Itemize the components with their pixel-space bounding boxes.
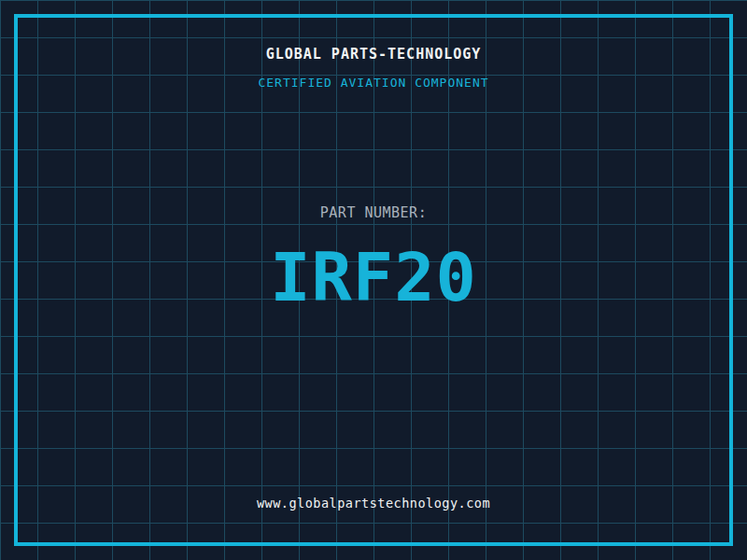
company-name: GLOBAL PARTS-TECHNOLOGY (0, 46, 747, 63)
certificate-background: GLOBAL PARTS-TECHNOLOGY CERTIFIED AVIATI… (0, 0, 747, 560)
website-url: www.globalpartstechnology.com (0, 496, 747, 511)
tagline: CERTIFIED AVIATION COMPONENT (0, 76, 747, 90)
part-number-label: PART NUMBER: (0, 204, 747, 221)
part-number-value: IRF20 (0, 244, 747, 311)
